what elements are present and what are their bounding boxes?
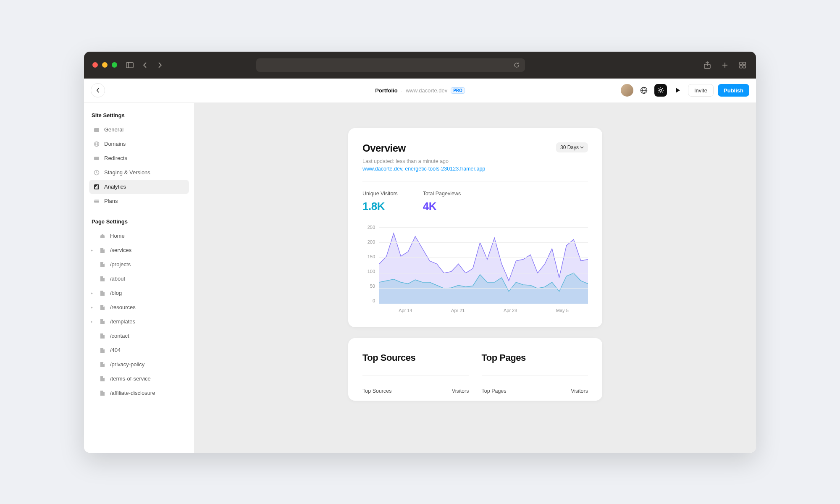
tabs-grid-icon[interactable]	[738, 60, 748, 70]
pageviews-label: Total Pageviews	[423, 191, 461, 197]
card-icon	[93, 198, 100, 205]
y-tick-label: 0	[362, 298, 375, 303]
stat-total-pageviews: Total Pageviews 4K	[423, 191, 461, 213]
close-window-dot[interactable]	[92, 62, 98, 68]
app-header: Portfolio · www.dacorte.dev PRO Invite P…	[84, 79, 756, 103]
general-icon	[93, 126, 100, 133]
reload-icon[interactable]	[513, 62, 520, 68]
page-item-label: /projects	[110, 261, 131, 268]
site-settings-heading: Site Settings	[89, 110, 189, 123]
visitors-label: Unique Visitors	[362, 191, 398, 197]
content-area: Site Settings General Domains Redirects …	[84, 103, 756, 453]
sidebar-item-label: General	[104, 126, 123, 133]
x-tick-label: May 5	[556, 308, 569, 313]
domain-link-2[interactable]: energetic-tools-230123.framer.app	[405, 166, 485, 172]
sidebar-item-staging-versions[interactable]: Staging & Versions	[89, 165, 189, 180]
page-item-label: /resources	[110, 304, 136, 310]
pageviews-value: 4K	[423, 200, 461, 213]
page-item--blog[interactable]: ▸ /blog	[89, 286, 189, 300]
page-item--templates[interactable]: ▸ /templates	[89, 315, 189, 329]
share-icon[interactable]	[702, 60, 712, 70]
caret-right-icon: ▸	[91, 291, 95, 295]
page-icon	[99, 304, 106, 311]
domain-link-1[interactable]: www.dacorte.dev	[362, 166, 402, 172]
page-item-label: /about	[110, 276, 125, 282]
page-item--contact[interactable]: /contact	[89, 329, 189, 343]
sidebar-item-domains[interactable]: Domains	[89, 137, 189, 151]
svg-rect-22	[96, 186, 97, 189]
settings-icon[interactable]	[654, 84, 667, 97]
sidebar-item-plans[interactable]: Plans	[89, 194, 189, 208]
sidebar-item-analytics[interactable]: Analytics	[89, 180, 189, 194]
nav-back-icon[interactable]	[140, 60, 150, 70]
top-sources-column: Top Sources Top Sources Visitors	[362, 352, 469, 396]
page-item--resources[interactable]: ▸ /resources	[89, 300, 189, 315]
page-icon	[99, 390, 106, 396]
x-tick-label: Apr 21	[451, 308, 465, 313]
x-tick-label: Apr 28	[504, 308, 517, 313]
page-item--affiliate-disclosure[interactable]: /affiliate-disclosure	[89, 386, 189, 400]
sidebar-item-label: Staging & Versions	[104, 169, 150, 176]
page-item-label: Home	[110, 233, 125, 239]
page-icon	[99, 276, 106, 282]
maximize-window-dot[interactable]	[112, 62, 117, 68]
page-item-home[interactable]: Home	[89, 229, 189, 243]
invite-button[interactable]: Invite	[688, 84, 714, 97]
caret-right-icon: ▸	[91, 248, 95, 252]
page-item--404[interactable]: /404	[89, 343, 189, 357]
globe-icon	[93, 141, 100, 147]
date-range-selector[interactable]: 30 Days	[556, 142, 588, 152]
page-item-label: /terms-of-service	[110, 375, 151, 382]
svg-point-12	[659, 89, 662, 92]
play-icon[interactable]	[671, 84, 684, 97]
page-item--projects[interactable]: /projects	[89, 257, 189, 272]
date-range-label: 30 Days	[560, 144, 579, 150]
svg-rect-21	[95, 187, 96, 189]
caret-right-icon: ▸	[91, 319, 95, 324]
publish-button[interactable]: Publish	[718, 84, 749, 97]
svg-rect-8	[743, 66, 746, 68]
clock-icon	[93, 169, 100, 176]
top-pages-title: Top Pages	[482, 352, 588, 363]
top-pages-column: Top Pages Top Pages Visitors	[482, 352, 588, 396]
url-bar[interactable]	[256, 58, 525, 72]
svg-rect-6	[743, 62, 746, 65]
page-item--terms-of-service[interactable]: /terms-of-service	[89, 372, 189, 386]
project-domain: www.dacorte.dev	[406, 87, 447, 94]
tracked-domains: www.dacorte.dev, energetic-tools-230123.…	[362, 166, 588, 172]
nav-forward-icon[interactable]	[155, 60, 165, 70]
y-tick-label: 250	[362, 225, 375, 230]
svg-rect-5	[740, 62, 742, 65]
page-icon	[99, 290, 106, 297]
sidebar-item-general[interactable]: General	[89, 123, 189, 137]
sidebar-item-redirects[interactable]: Redirects	[89, 151, 189, 165]
page-item-label: /privacy-policy	[110, 361, 144, 368]
svg-rect-18	[94, 157, 99, 160]
globe-icon[interactable]	[638, 84, 650, 97]
page-icon	[99, 247, 106, 254]
page-item-label: /blog	[110, 290, 122, 296]
overview-title: Overview	[362, 142, 406, 154]
sidebar-toggle-icon[interactable]	[125, 60, 135, 70]
new-tab-icon[interactable]	[720, 60, 730, 70]
analytics-chart: 250200150100500 Apr 14Apr 21Apr 28May 5	[362, 225, 588, 313]
top-pages-col1: Top Pages	[482, 388, 507, 394]
page-item--privacy-policy[interactable]: /privacy-policy	[89, 357, 189, 372]
sidebar-item-label: Analytics	[104, 184, 126, 190]
page-icon	[99, 261, 106, 268]
page-item-label: /templates	[110, 318, 135, 325]
home-icon	[99, 233, 106, 239]
separator: ·	[401, 87, 403, 94]
page-icon	[99, 361, 106, 368]
page-item--services[interactable]: ▸ /services	[89, 243, 189, 257]
avatar[interactable]	[621, 84, 633, 97]
y-tick-label: 50	[362, 284, 375, 289]
back-button[interactable]	[91, 83, 105, 97]
chart-icon	[93, 184, 100, 190]
page-item--about[interactable]: /about	[89, 272, 189, 286]
page-icon	[99, 375, 106, 382]
top-sources-col1: Top Sources	[362, 388, 391, 394]
plan-badge: PRO	[451, 87, 465, 94]
y-tick-label: 200	[362, 239, 375, 244]
minimize-window-dot[interactable]	[102, 62, 108, 68]
